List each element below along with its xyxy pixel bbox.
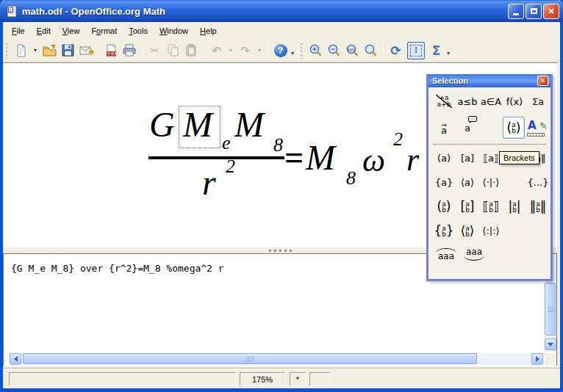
help-button[interactable]: ? (271, 41, 290, 59)
palette-symbol[interactable]: {...} (526, 170, 550, 195)
menu-item-view[interactable]: View (57, 24, 86, 37)
toolbar-overflow-arrow[interactable]: ▾ (447, 50, 450, 57)
zoom-100-icon: 100 (345, 43, 359, 57)
palette-symbol[interactable]: ⟨a⟩ (456, 170, 479, 195)
palette-symbol[interactable]: (ab) (503, 117, 525, 139)
palette-symbol[interactable]: →a (432, 114, 456, 142)
close-button[interactable]: ✕ (543, 4, 559, 19)
minimize-button[interactable] (508, 4, 524, 19)
undo-button: ↶ (207, 41, 226, 59)
palette-symbol[interactable]: (a) (432, 146, 456, 170)
palette-symbol[interactable]: a≤b (456, 89, 479, 114)
menu-item-tools[interactable]: Tools (123, 24, 154, 37)
update-button[interactable]: ⟳ (387, 41, 405, 59)
menu-item-edit[interactable]: Edit (31, 24, 57, 37)
toolbar-separator (204, 43, 204, 58)
splitter-grip[interactable] (269, 250, 292, 252)
menu-item-file[interactable]: File (6, 24, 31, 37)
export-pdf-button[interactable] (102, 41, 121, 59)
palette-symbol[interactable]: f(x) (503, 89, 526, 114)
palette-symbol[interactable]: |ab| (503, 195, 526, 219)
fraction-bar (148, 156, 284, 159)
palette-symbol[interactable]: {ab} (432, 219, 456, 243)
formula-cursor-button[interactable]: I (407, 42, 425, 59)
palette-symbol[interactable]: ⟨:|:⟩ (479, 219, 503, 243)
palette-close-icon[interactable]: ✕ (537, 76, 548, 86)
formula-sub-e: e (222, 134, 231, 153)
symbols-catalog-button[interactable]: Σ (427, 41, 445, 59)
redo-button: ↷ (236, 41, 254, 59)
menu-item-help[interactable]: Help (194, 24, 223, 37)
ruler-icon (527, 133, 545, 137)
toolbar-separator (383, 43, 384, 58)
palette-category-row: +aa+ba≤ba∈Af(x)Σa (428, 89, 551, 114)
hscroll-left-button[interactable] (10, 353, 21, 365)
zoom-in-icon (309, 43, 323, 57)
palette-symbol[interactable]: aaa (432, 243, 460, 265)
palette-symbol[interactable]: {a} (432, 170, 456, 195)
toolbar-grip[interactable] (300, 43, 304, 59)
help-icon: ? (274, 44, 287, 57)
new-document-button[interactable] (12, 41, 30, 59)
palette-symbol[interactable]: aaa (460, 243, 488, 265)
app-icon: Σ (6, 5, 18, 18)
maximize-button[interactable] (526, 4, 542, 19)
email-button[interactable] (77, 41, 96, 59)
formula-rhs-M: M (306, 140, 335, 175)
palette-symbol[interactable]: a··· (456, 114, 479, 142)
palette-symbol[interactable]: +aa+b (432, 89, 456, 114)
palette-symbol[interactable]: ⟦ab⟧ (479, 195, 503, 219)
app-window: Σ math.odf - OpenOffice.org Math ✕ FileE… (0, 0, 563, 392)
zoom-icon (364, 43, 378, 57)
selection-palette[interactable]: Selection ✕ +aa+ba≤ba∈Af(x)Σa→aa···(ab)A… (426, 74, 553, 281)
palette-symbol[interactable]: ‖ab‖ (526, 195, 550, 219)
command-text[interactable]: {G M_e M_8} over {r^2}=M_8 %omega^2 r (11, 263, 224, 274)
menu-item-window[interactable]: Window (154, 24, 194, 37)
title-bar[interactable]: Σ math.odf - OpenOffice.org Math ✕ (0, 0, 563, 22)
open-button[interactable] (40, 41, 59, 59)
comment-bubble-icon: ··· (468, 116, 477, 122)
palette-symbol-row: {a}⟨a⟩⟨·|·⟩{...} (428, 170, 551, 195)
zoom-in-button[interactable] (306, 41, 325, 59)
formula-M2: M (234, 107, 264, 142)
palette-symbol[interactable]: a∈A (479, 89, 503, 114)
pdf-icon (105, 44, 118, 57)
zoom-fit-button[interactable] (362, 41, 380, 59)
command-hscrollbar-thumb[interactable] (23, 353, 477, 364)
save-button[interactable] (59, 41, 77, 59)
hscroll-right-button[interactable] (531, 353, 543, 365)
zoom-out-icon (327, 43, 341, 57)
command-vscrollbar-thumb[interactable] (545, 283, 556, 335)
palette-symbol[interactable]: ⟨ab⟩ (456, 219, 479, 243)
palette-symbol[interactable]: Σa (526, 89, 550, 114)
zoom-out-button[interactable] (325, 41, 343, 59)
status-extra-panel (309, 372, 330, 386)
palette-symbol[interactable]: [a] (456, 146, 479, 170)
palette-symbol[interactable]: A✎ (525, 114, 548, 142)
toolbar-grip[interactable] (5, 43, 9, 59)
palette-category-row: →aa···(ab)A✎ (428, 114, 551, 142)
formula-M-selected: M (183, 107, 212, 142)
palette-symbol[interactable]: ⟨·|·⟩ (479, 170, 503, 195)
toolbar-separator (98, 43, 99, 58)
scrollbar-corner (545, 353, 556, 365)
pencil-icon: ✎ (539, 120, 548, 131)
status-message-panel (9, 372, 236, 386)
status-bar: 175% * (3, 369, 560, 388)
vscroll-down-button[interactable] (545, 338, 556, 350)
toolbar-overflow-arrow[interactable]: ▾ (291, 50, 294, 57)
palette-symbol[interactable]: (ab) (432, 195, 456, 219)
formula-cursor-icon: I (410, 45, 422, 57)
print-button[interactable] (121, 41, 139, 59)
new-dropdown-arrow[interactable]: ▾ (30, 41, 40, 59)
toolbar: ▾ (3, 39, 560, 62)
palette-symbol-row: (ab)[ab]⟦ab⟧|ab|‖ab‖ (428, 195, 551, 219)
menu-item-format[interactable]: Format (85, 24, 123, 37)
palette-gap (503, 170, 526, 195)
status-zoom-panel[interactable]: 175% (240, 372, 285, 386)
palette-separator (433, 144, 546, 145)
palette-title-bar[interactable]: Selection ✕ (428, 74, 551, 87)
zoom-100-button[interactable]: 100 (343, 41, 362, 59)
palette-symbol[interactable]: [ab] (456, 195, 479, 219)
status-modified-panel: * (290, 372, 306, 386)
